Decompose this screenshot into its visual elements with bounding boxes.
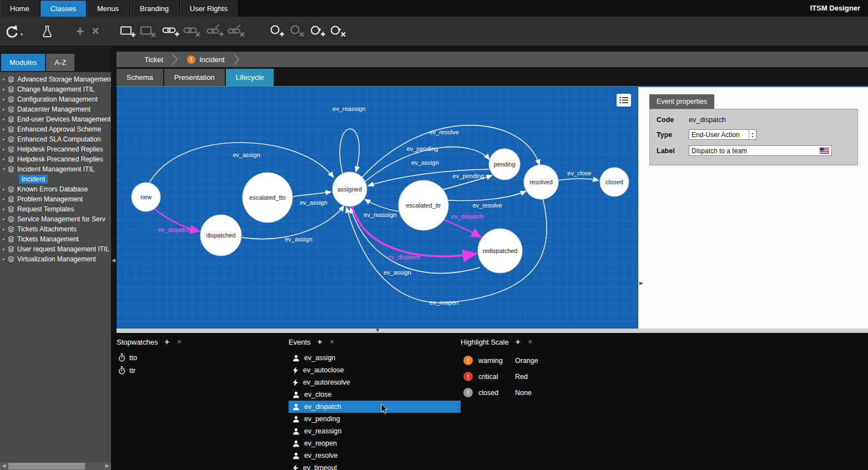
state-escalated_ttr[interactable]: escalated_ttr <box>398 180 448 230</box>
sidebar-tab-az[interactable]: A-Z <box>46 54 74 71</box>
module-item[interactable]: ▸End-user Devices Management <box>0 114 111 124</box>
event-item[interactable]: ev_reassign <box>289 425 461 437</box>
event-item[interactable]: ev_reopen <box>289 437 461 449</box>
us-flag-icon[interactable] <box>820 148 829 154</box>
transition-ev_reassign-ttr-assigned[interactable] <box>365 199 398 211</box>
transition-ev_assign-tto-assigned[interactable] <box>293 192 331 196</box>
transition-label[interactable]: ev_pending <box>453 173 485 179</box>
expand-arrow-icon[interactable]: ▸ <box>0 77 7 82</box>
module-item[interactable]: ▸Enhanced Approval Scheme <box>0 124 111 134</box>
module-item[interactable]: ▸Problem Management <box>0 194 111 204</box>
module-item-incident-management[interactable]: ▾Incident Management ITIL <box>0 164 111 174</box>
event-item[interactable]: ev_close <box>289 388 461 401</box>
event-item-selected[interactable]: ev_dispatch <box>289 401 461 413</box>
transition-label[interactable]: ev_assign <box>233 151 260 158</box>
new-transition-button[interactable] <box>310 21 326 42</box>
transition-label[interactable]: ev_assign <box>383 269 411 276</box>
new-relation-button[interactable] <box>162 21 180 42</box>
expand-arrow-icon[interactable]: ▸ <box>0 207 7 211</box>
event-item[interactable]: ev_pending <box>289 413 461 425</box>
expand-arrow-icon[interactable]: ▸ <box>0 227 7 231</box>
sidebar-tab-modules[interactable]: Modules <box>1 54 45 71</box>
collapse-sidebar-arrow-icon[interactable]: ◀ <box>112 257 115 263</box>
transition-label[interactable]: ev_reassign <box>364 211 396 218</box>
state-redispatched[interactable]: redispatched <box>478 229 522 273</box>
undo-dropdown-caret-icon[interactable]: ▼ <box>19 32 24 37</box>
state-new[interactable]: new <box>132 183 160 211</box>
event-item[interactable]: ev_autoclose <box>289 364 461 376</box>
splitter-down-arrow-icon[interactable]: ▼ <box>375 327 380 333</box>
delete-transition-button[interactable] <box>330 21 346 42</box>
module-item[interactable]: ▸Service Management for Serv <box>0 214 111 224</box>
state-closed[interactable]: closed <box>600 168 629 196</box>
module-item[interactable]: ▸Enhanced SLA Computation <box>0 134 111 144</box>
nav-tab-user-rights[interactable]: User Rights <box>180 1 238 17</box>
horizontal-splitter[interactable]: ▼ <box>117 329 868 333</box>
tab-lifecycle[interactable]: Lifecycle <box>226 69 274 86</box>
collapse-arrow-icon[interactable]: ▾ <box>0 167 7 171</box>
transition-ev_dispatch-ttr-redispatched[interactable] <box>444 220 481 237</box>
transition-label-highlighted[interactable]: ev_dispatch <box>388 254 421 260</box>
type-select[interactable]: End-User Action ▲▼ <box>689 129 756 140</box>
transition-label-highlighted[interactable]: ev_dispatch <box>451 213 484 220</box>
event-item[interactable]: ev_timeout <box>289 462 461 470</box>
breadcrumb-item-ticket[interactable]: Ticket <box>144 55 163 64</box>
highlight-row[interactable]: ! critical Red <box>461 368 644 385</box>
nav-tab-menus[interactable]: Menus <box>87 1 129 17</box>
expand-arrow-icon[interactable]: ▸ <box>0 137 7 141</box>
collapse-panel-arrow-icon[interactable]: ▶ <box>639 280 643 286</box>
transition-label[interactable]: ev_reassign <box>332 105 365 112</box>
transition-label[interactable]: ev_close <box>567 170 591 176</box>
module-item[interactable]: ▸Known Errors Database <box>0 184 111 194</box>
state-escalated_tto[interactable]: escalated_tto <box>243 173 292 223</box>
tab-presentation[interactable]: Presentation <box>164 69 225 86</box>
test-flask-button[interactable] <box>41 21 54 42</box>
transition-label[interactable]: ev_pending <box>407 145 438 152</box>
stopwatch-item[interactable]: tto <box>118 351 283 364</box>
class-item-incident[interactable]: Incident <box>19 175 48 184</box>
nav-tab-branding[interactable]: Branding <box>130 1 179 17</box>
stopwatch-item[interactable]: ttr <box>118 364 283 377</box>
module-item[interactable]: ▸Request Templates <box>0 204 111 214</box>
transition-label[interactable]: ev_resolve <box>429 129 458 135</box>
module-item[interactable]: ▸Tickets Attachments <box>0 224 111 234</box>
new-class-button[interactable] <box>120 21 137 42</box>
transition-label[interactable]: ev_assign <box>300 199 327 206</box>
module-item[interactable]: ▸Virtualization Management <box>0 254 111 264</box>
module-item[interactable]: ▸Advanced Storage Management <box>0 74 111 84</box>
expand-arrow-icon[interactable]: ▸ <box>0 197 7 201</box>
module-item[interactable]: ▸Change Management ITIL <box>0 84 111 94</box>
delete-event-button[interactable]: × <box>330 338 335 346</box>
undo-button[interactable] <box>4 21 19 42</box>
transition-ev_reassign-self[interactable] <box>340 129 359 173</box>
module-item[interactable]: ▸Tickets Management <box>0 234 111 244</box>
expand-arrow-icon[interactable]: ▸ <box>0 187 7 191</box>
transition-label[interactable]: ev_assign <box>411 159 439 166</box>
scroll-left-arrow-icon[interactable]: ◀ <box>0 462 8 470</box>
state-dispatched[interactable]: dispatched <box>200 215 241 256</box>
event-item[interactable]: ev_autoresolve <box>289 376 461 388</box>
expand-arrow-icon[interactable]: ▸ <box>0 117 7 122</box>
module-item[interactable]: ▸Helpdesk Precanned Replies <box>0 144 111 154</box>
module-item[interactable]: ▸Configuration Management <box>0 94 111 104</box>
module-item[interactable]: ▸Helpdesk Precanned Replies <box>0 154 111 164</box>
scrollbar-thumb[interactable] <box>8 463 85 469</box>
expand-arrow-icon[interactable]: ▸ <box>0 107 7 112</box>
expand-arrow-icon[interactable]: ▸ <box>0 257 7 261</box>
expand-arrow-icon[interactable]: ▸ <box>0 97 7 102</box>
nav-tab-home[interactable]: Home <box>0 1 39 17</box>
class-item-row[interactable]: ▸Incident <box>0 174 111 184</box>
transition-label-highlighted[interactable]: ev_dispatch <box>158 226 191 233</box>
expand-arrow-icon[interactable]: ▸ <box>0 237 7 241</box>
highlight-row[interactable]: ! warning Orange <box>461 352 644 368</box>
breadcrumb-item-incident[interactable]: Incident <box>199 55 225 64</box>
tab-schema[interactable]: Schema <box>117 69 163 86</box>
highlight-row[interactable]: ! closed None <box>461 385 644 401</box>
new-state-button[interactable] <box>270 21 285 42</box>
transition-label[interactable]: ev_resolve <box>472 202 502 209</box>
transition-label[interactable]: ev_reopen <box>430 299 458 306</box>
module-item[interactable]: ▸Datacenter Management <box>0 104 111 114</box>
select-spinner-icon[interactable]: ▲▼ <box>749 130 756 139</box>
state-resolved[interactable]: resolved <box>524 165 558 199</box>
state-assigned[interactable]: assigned <box>332 172 367 206</box>
